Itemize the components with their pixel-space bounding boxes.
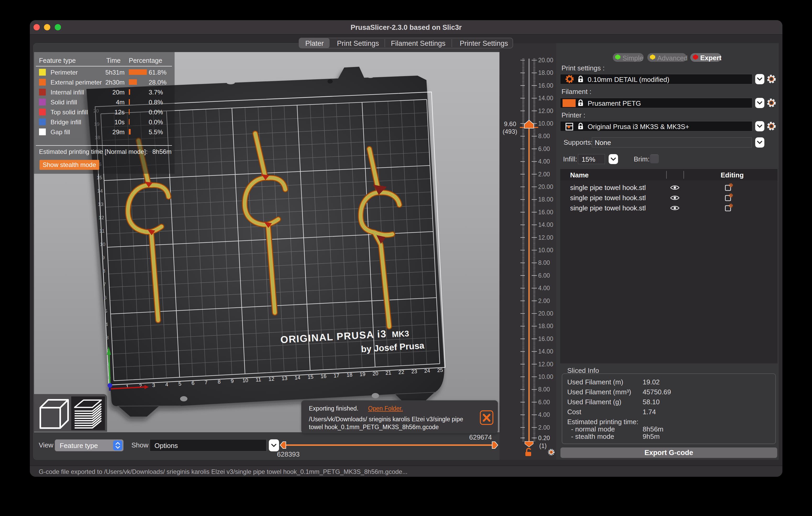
svg-text:13: 13 bbox=[281, 375, 287, 381]
svg-text:12.00: 12.00 bbox=[538, 361, 553, 368]
svg-text:4.00: 4.00 bbox=[538, 285, 550, 292]
svg-text:19: 19 bbox=[359, 371, 366, 377]
svg-text:14: 14 bbox=[97, 188, 103, 194]
svg-text:4.00: 4.00 bbox=[538, 158, 550, 165]
svg-text:0.20: 0.20 bbox=[538, 435, 550, 442]
svg-text:18.00: 18.00 bbox=[538, 196, 553, 203]
svg-text:7: 7 bbox=[204, 380, 208, 386]
svg-text:13: 13 bbox=[98, 202, 104, 207]
svg-text:21: 21 bbox=[385, 370, 392, 376]
svg-text:6.00: 6.00 bbox=[538, 146, 550, 152]
svg-text:11: 11 bbox=[256, 376, 261, 383]
svg-text:14: 14 bbox=[294, 374, 300, 381]
svg-text:2.00: 2.00 bbox=[538, 298, 550, 304]
svg-text:20.00: 20.00 bbox=[538, 310, 553, 317]
svg-text:(1): (1) bbox=[539, 443, 547, 449]
svg-text:18.00: 18.00 bbox=[538, 323, 553, 329]
svg-text:6.00: 6.00 bbox=[538, 272, 550, 279]
svg-text:15: 15 bbox=[307, 374, 313, 380]
svg-text:3: 3 bbox=[106, 335, 109, 340]
svg-text:17: 17 bbox=[334, 373, 340, 378]
svg-text:12.00: 12.00 bbox=[538, 108, 553, 114]
svg-text:12.00: 12.00 bbox=[538, 234, 553, 241]
svg-text:18.00: 18.00 bbox=[538, 69, 553, 76]
svg-text:4.00: 4.00 bbox=[538, 411, 550, 418]
svg-text:16.00: 16.00 bbox=[538, 335, 553, 342]
svg-text:18: 18 bbox=[346, 372, 352, 378]
svg-text:20.00: 20.00 bbox=[538, 57, 553, 64]
svg-text:8.00: 8.00 bbox=[538, 386, 550, 393]
svg-text:15: 15 bbox=[96, 175, 102, 180]
svg-text:20.00: 20.00 bbox=[538, 183, 553, 190]
svg-text:MK3: MK3 bbox=[392, 329, 409, 339]
svg-text:16: 16 bbox=[320, 373, 326, 379]
svg-text:11: 11 bbox=[99, 228, 105, 234]
svg-text:10.00: 10.00 bbox=[538, 373, 553, 380]
svg-text:20: 20 bbox=[372, 370, 378, 376]
svg-text:4: 4 bbox=[165, 382, 168, 388]
svg-text:23: 23 bbox=[411, 368, 417, 374]
svg-text:4: 4 bbox=[105, 322, 108, 327]
svg-text:10: 10 bbox=[242, 377, 248, 383]
svg-text:14.00: 14.00 bbox=[538, 348, 553, 355]
svg-text:22: 22 bbox=[398, 369, 404, 375]
svg-text:14.00: 14.00 bbox=[538, 221, 553, 228]
svg-text:(493): (493) bbox=[502, 128, 517, 135]
svg-text:8: 8 bbox=[218, 378, 221, 385]
svg-text:16.00: 16.00 bbox=[538, 82, 553, 89]
svg-text:3: 3 bbox=[152, 382, 155, 388]
svg-text:6.00: 6.00 bbox=[538, 399, 550, 405]
svg-text:6: 6 bbox=[191, 380, 195, 386]
svg-text:25: 25 bbox=[437, 367, 443, 373]
svg-text:10: 10 bbox=[100, 242, 106, 247]
svg-text:6: 6 bbox=[104, 295, 107, 300]
svg-text:24: 24 bbox=[424, 368, 430, 374]
svg-text:14.00: 14.00 bbox=[538, 95, 553, 101]
svg-text:16.00: 16.00 bbox=[538, 209, 553, 216]
svg-text:8.00: 8.00 bbox=[538, 133, 550, 140]
svg-text:8: 8 bbox=[103, 268, 106, 274]
svg-text:8.00: 8.00 bbox=[538, 259, 550, 266]
svg-text:10.00: 10.00 bbox=[538, 247, 553, 253]
svg-text:9: 9 bbox=[102, 255, 105, 260]
svg-text:9.60: 9.60 bbox=[504, 120, 516, 127]
svg-text:12: 12 bbox=[99, 215, 104, 220]
svg-text:2.00: 2.00 bbox=[538, 424, 550, 431]
svg-text:5: 5 bbox=[105, 308, 107, 314]
svg-text:9: 9 bbox=[231, 378, 234, 384]
svg-text:10.00: 10.00 bbox=[538, 120, 553, 127]
svg-text:12: 12 bbox=[268, 376, 274, 382]
svg-text:5: 5 bbox=[178, 381, 181, 387]
svg-text:2.00: 2.00 bbox=[538, 171, 550, 178]
svg-text:7: 7 bbox=[103, 281, 106, 287]
